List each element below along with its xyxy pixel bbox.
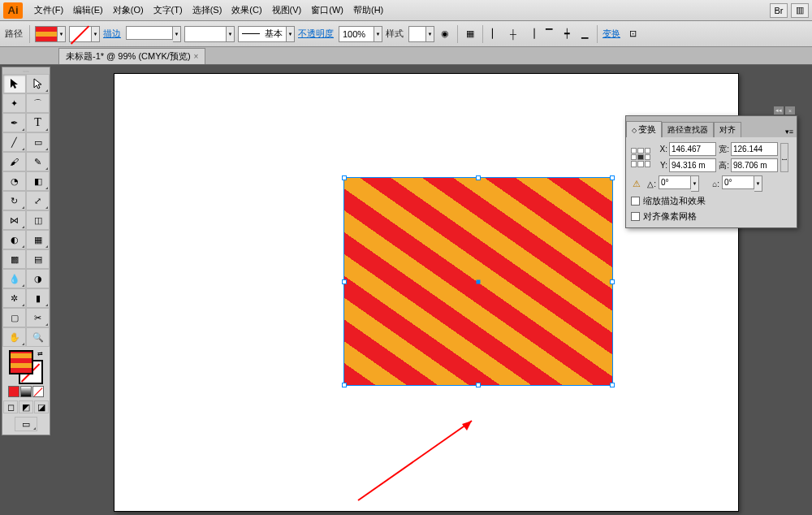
align-left-icon[interactable]: ▏ <box>488 27 503 41</box>
scale-strokes-checkbox[interactable] <box>631 197 640 206</box>
document-tab[interactable]: 未标题-1* @ 99% (CMYK/预览) × <box>58 48 205 64</box>
menu-object[interactable]: 对象(O) <box>108 4 149 16</box>
selection-handle[interactable] <box>610 279 615 284</box>
menu-help[interactable]: 帮助(H) <box>348 4 388 16</box>
arrange-docs-icon[interactable]: ▥ <box>791 3 809 18</box>
magic-wand-tool[interactable]: ✦ <box>2 93 26 113</box>
svg-line-0 <box>358 421 472 500</box>
x-input[interactable]: 146.467 <box>669 142 716 156</box>
opacity-input[interactable]: 100%▼ <box>339 26 382 42</box>
scale-tool[interactable]: ⤢ <box>26 191 50 210</box>
swap-fill-stroke-icon[interactable]: ⇄ <box>37 350 43 357</box>
symbol-sprayer-tool[interactable]: ✲ <box>2 288 26 308</box>
align-pixel-checkbox[interactable] <box>631 212 640 221</box>
rotate-tool[interactable]: ↻ <box>2 191 26 210</box>
line-tool[interactable]: ╱ <box>2 132 26 152</box>
eraser-tool[interactable]: ◧ <box>26 171 50 191</box>
draw-normal-icon[interactable]: ◻ <box>3 400 18 413</box>
toolbox-grip[interactable] <box>2 67 50 74</box>
brush-definition[interactable]: 基本▼ <box>238 26 295 42</box>
variable-width-profile[interactable]: ▼ <box>184 26 235 42</box>
type-tool[interactable]: T <box>26 113 50 132</box>
lasso-tool[interactable]: ⌒ <box>26 93 50 113</box>
paintbrush-tool[interactable]: 🖌 <box>2 152 26 171</box>
zoom-tool[interactable]: 🔍 <box>26 327 50 347</box>
column-graph-tool[interactable]: ▮ <box>26 288 50 308</box>
reference-point-grid[interactable] <box>631 148 650 167</box>
slice-tool[interactable]: ✂ <box>26 308 50 327</box>
shear-input[interactable]: 0°▼ <box>722 175 762 192</box>
align-top-icon[interactable]: ▔ <box>542 27 556 41</box>
align-bottom-icon[interactable]: ▁ <box>577 27 592 41</box>
draw-inside-icon[interactable]: ◪ <box>34 400 49 413</box>
panel-grip[interactable] <box>626 116 797 121</box>
menu-file[interactable]: 文件(F) <box>29 4 68 16</box>
transform-link[interactable]: 变换 <box>603 28 620 40</box>
blend-tool[interactable]: ◑ <box>26 269 50 288</box>
selection-handle[interactable] <box>342 279 347 284</box>
align-right-icon[interactable]: ▕ <box>524 27 538 41</box>
panel-menu-icon[interactable]: ▾≡ <box>782 126 797 137</box>
panel-close-icon[interactable]: × <box>785 106 795 115</box>
tab-pathfinder[interactable]: 路径查找器 <box>662 122 714 137</box>
direct-selection-tool[interactable] <box>26 74 50 93</box>
menu-view[interactable]: 视图(V) <box>267 4 307 16</box>
width-input[interactable]: 126.144 <box>731 142 778 156</box>
recolor-icon[interactable]: ◉ <box>438 27 452 41</box>
pen-tool[interactable]: ✒ <box>2 113 26 132</box>
selection-handle[interactable] <box>342 383 347 387</box>
graphic-style-dropdown[interactable]: ▼ <box>408 26 434 42</box>
selection-handle[interactable] <box>476 383 481 387</box>
screen-mode-icon[interactable]: ▭ <box>15 417 37 431</box>
color-mode-icon[interactable] <box>8 386 19 397</box>
constrain-proportions-icon[interactable]: ⎵ <box>780 143 788 172</box>
rectangle-tool[interactable]: ▭ <box>26 132 50 152</box>
selection-handle[interactable] <box>610 383 615 387</box>
artboard-tool[interactable]: ▢ <box>2 308 26 327</box>
selection-tool[interactable] <box>2 74 26 93</box>
toolbox: ✦ ⌒ ✒ T ╱ ▭ 🖌 ✎ ◔ ◧ ↻ ⤢ ⋈ ◫ ◐ ▦ ▩ ▤ 💧 ◑ … <box>2 67 50 435</box>
stroke-weight-input[interactable]: ▼ <box>126 26 181 42</box>
stroke-swatch-dropdown[interactable]: ▼ <box>69 26 100 42</box>
stroke-link[interactable]: 描边 <box>103 28 121 40</box>
free-transform-tool[interactable]: ◫ <box>26 210 50 230</box>
hand-tool[interactable]: ✋ <box>2 327 26 347</box>
menu-effect[interactable]: 效果(C) <box>227 4 266 16</box>
align-hcenter-icon[interactable]: ┼ <box>506 27 520 41</box>
gradient-tool[interactable]: ▤ <box>26 249 50 269</box>
shape-builder-tool[interactable]: ◐ <box>2 230 26 249</box>
menu-text[interactable]: 文字(T) <box>149 4 188 16</box>
opacity-link[interactable]: 不透明度 <box>298 28 334 40</box>
isolate-icon[interactable]: ⊡ <box>625 27 640 41</box>
center-point[interactable] <box>477 279 481 283</box>
none-mode-icon[interactable] <box>32 386 44 397</box>
menu-window[interactable]: 窗口(W) <box>306 4 348 16</box>
pencil-tool[interactable]: ✎ <box>26 152 50 171</box>
selection-handle[interactable] <box>476 175 481 180</box>
y-input[interactable]: 94.316 m <box>669 158 716 172</box>
draw-behind-icon[interactable]: ◩ <box>19 400 33 413</box>
rotate-input[interactable]: 0°▼ <box>659 175 699 192</box>
bridge-icon[interactable]: Br <box>770 3 788 18</box>
mesh-tool[interactable]: ▩ <box>2 249 26 269</box>
tab-transform[interactable]: ◇ 变换 <box>626 121 662 137</box>
menu-select[interactable]: 选择(S) <box>188 4 227 16</box>
align-vcenter-icon[interactable]: ┿ <box>559 27 574 41</box>
gradient-mode-icon[interactable] <box>20 386 32 397</box>
selection-handle[interactable] <box>342 175 347 180</box>
selected-rectangle-object[interactable] <box>344 178 612 385</box>
selection-handle[interactable] <box>610 175 615 180</box>
tab-align[interactable]: 对齐 <box>714 122 741 137</box>
align-panel-icon[interactable]: ▦ <box>463 27 477 41</box>
height-input[interactable]: 98.706 m <box>731 158 778 172</box>
fill-swatch-dropdown[interactable]: ▼ <box>35 26 66 42</box>
fill-stroke-indicator[interactable]: ⇄ <box>9 350 43 384</box>
panel-collapse-icon[interactable]: ◂◂ <box>774 106 784 115</box>
eyedropper-tool[interactable]: 💧 <box>2 269 26 288</box>
close-tab-icon[interactable]: × <box>194 52 199 61</box>
fill-swatch[interactable] <box>9 350 33 374</box>
blob-brush-tool[interactable]: ◔ <box>2 171 26 191</box>
width-tool[interactable]: ⋈ <box>2 210 26 230</box>
perspective-grid-tool[interactable]: ▦ <box>26 230 50 249</box>
menu-edit[interactable]: 编辑(E) <box>68 4 108 16</box>
